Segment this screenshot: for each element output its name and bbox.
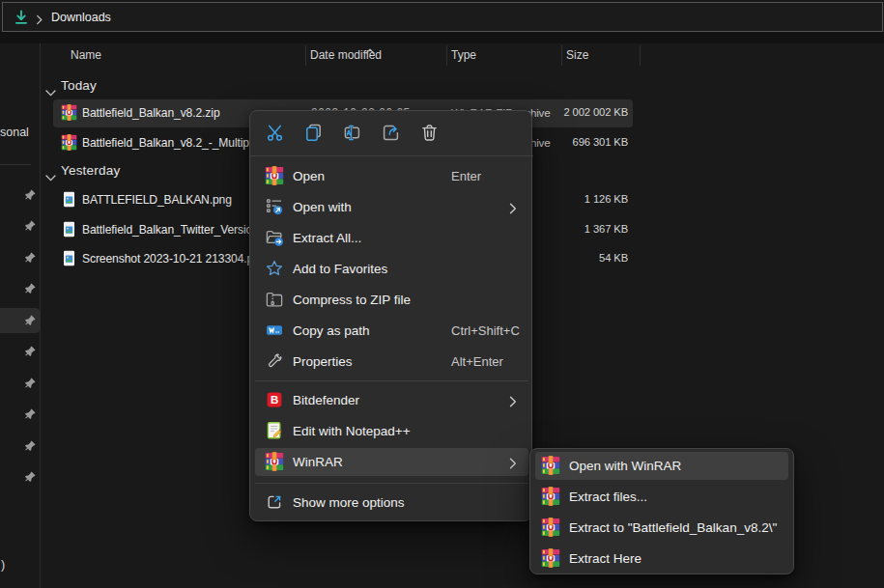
column-separator[interactable] — [561, 45, 562, 66]
winrar-icon — [541, 456, 560, 475]
menu-item-label: Show more options — [293, 495, 405, 510]
nav-item-label-partial[interactable]: sonal — [0, 126, 29, 139]
menu-item-label: Compress to ZIP file — [293, 293, 411, 307]
submenu-item-extract-here[interactable]: Extract Here — [535, 545, 788, 573]
menu-separator — [255, 380, 528, 381]
submenu-item-extract-to-battlefield-balkan-v8-2[interactable]: Extract to "Battlefield_Balkan_v8.2\" — [535, 514, 788, 542]
svg-text:B: B — [271, 394, 278, 406]
column-header-size[interactable]: Size — [566, 48, 588, 62]
share-button[interactable] — [371, 115, 410, 154]
submenu-item-label: Extract to "Battlefield_Balkan_v8.2\" — [569, 520, 777, 535]
downloads-icon — [14, 9, 29, 26]
pin-icon — [24, 376, 37, 388]
pane-divider[interactable] — [40, 43, 41, 588]
submenu-chevron-icon — [509, 394, 517, 406]
extract-all-icon — [265, 228, 284, 247]
winrar-icon — [541, 487, 560, 506]
winrar-icon — [265, 166, 284, 185]
winrar-file-icon — [61, 134, 77, 151]
menu-item-label: Properties — [293, 354, 353, 369]
menu-item-compress-to-zip-file[interactable]: Compress to ZIP file — [255, 286, 528, 314]
delete-button[interactable] — [410, 115, 448, 154]
cut-button[interactable] — [255, 115, 294, 154]
copy-button[interactable] — [294, 115, 332, 154]
pin-icon — [24, 281, 37, 294]
menu-item-extract-all[interactable]: Extract All... — [255, 224, 528, 252]
file-name: BATTLEFIELD_BALKAN.png — [82, 193, 232, 207]
copy-path-icon — [265, 321, 284, 340]
column-header-name[interactable]: Name — [71, 48, 101, 62]
menu-item-label: Copy as path — [293, 323, 370, 338]
menu-item-label: Extract All... — [293, 231, 361, 245]
address-bar[interactable]: Downloads — [2, 2, 883, 32]
winrar-submenu: Open with WinRAR Extract files... Extrac… — [529, 448, 794, 574]
favorites-icon — [265, 259, 284, 278]
submenu-item-extract-files[interactable]: Extract files... — [535, 483, 788, 511]
group-chevron-icon[interactable] — [45, 168, 56, 175]
menu-separator — [250, 155, 533, 156]
menu-item-open-with[interactable]: Open with — [255, 193, 528, 221]
column-header-type[interactable]: Type — [451, 48, 476, 62]
menu-item-label: Bitdefender — [293, 393, 359, 407]
bitdefender-icon: B — [265, 390, 284, 409]
context-menu: OpenEnterOpen withExtract All...Add to F… — [249, 110, 532, 521]
breadcrumb[interactable]: Downloads — [51, 11, 111, 24]
menu-item-shortcut: Ctrl+Shift+C — [451, 323, 520, 338]
copy-icon — [303, 123, 324, 147]
navigation-pane: sonal ) (E: — [0, 43, 40, 588]
pin-icon — [24, 406, 37, 419]
group-chevron-icon[interactable] — [45, 83, 56, 90]
winrar-file-icon — [61, 104, 77, 121]
menu-item-add-to-favorites[interactable]: Add to Favorites — [255, 255, 528, 283]
share-icon — [381, 123, 401, 147]
submenu-item-label: Extract Here — [569, 551, 642, 566]
menu-item-bitdefender[interactable]: BBitdefender — [255, 386, 528, 414]
file-name: Battlefield_Balkan_v8.2.zip — [82, 106, 220, 120]
pin-icon — [24, 218, 37, 231]
group-header[interactable]: Yesterday — [61, 163, 120, 178]
delete-icon — [419, 123, 440, 147]
breadcrumb-chevron-icon — [36, 12, 43, 22]
open-with-icon — [265, 197, 284, 216]
column-separator[interactable] — [446, 45, 447, 66]
rename-icon — [342, 123, 362, 147]
top-band — [0, 32, 884, 43]
menu-separator — [255, 483, 528, 484]
menu-item-shortcut: Enter — [451, 169, 481, 183]
menu-item-edit-with-notepad[interactable]: Edit with Notepad++ — [255, 417, 528, 445]
pin-icon — [24, 438, 37, 451]
winrar-icon — [541, 548, 560, 568]
menu-item-label: Edit with Notepad++ — [293, 424, 411, 438]
show-more-icon — [265, 492, 284, 512]
image-file-icon — [61, 221, 77, 238]
menu-item-open[interactable]: OpenEnter — [255, 162, 528, 190]
submenu-chevron-icon — [509, 456, 517, 467]
pin-icon — [24, 250, 37, 263]
menu-item-label: Add to Favorites — [293, 262, 387, 276]
column-separator[interactable] — [640, 45, 641, 66]
pin-icon — [24, 187, 37, 200]
image-file-icon — [61, 250, 77, 266]
context-menu-toolbar — [255, 115, 528, 154]
menu-item-label: Open — [293, 169, 325, 183]
cut-icon — [265, 123, 285, 147]
submenu-item-label: Extract files... — [569, 490, 647, 504]
pin-icon — [24, 469, 37, 482]
file-name: Screenshot 2023-10-21 213304.png — [82, 252, 266, 266]
notepadpp-icon — [265, 421, 284, 440]
menu-item-winrar[interactable]: WinRAR — [255, 448, 528, 476]
column-separator[interactable] — [305, 45, 306, 66]
menu-item-properties[interactable]: PropertiesAlt+Enter — [255, 348, 528, 376]
compress-icon — [265, 290, 284, 309]
submenu-item-open-with-winrar[interactable]: Open with WinRAR — [535, 452, 788, 480]
sort-caret-icon — [365, 41, 375, 46]
menu-item-copy-as-path[interactable]: Copy as pathCtrl+Shift+C — [255, 317, 528, 345]
menu-item-label: Open with — [293, 200, 352, 214]
nav-drive-label-partial[interactable]: ) — [1, 558, 5, 572]
winrar-icon — [265, 452, 284, 471]
menu-item-show-more-options[interactable]: Show more options — [255, 489, 528, 517]
group-header[interactable]: Today — [61, 78, 97, 93]
rename-button[interactable] — [332, 115, 371, 154]
pin-icon — [24, 313, 37, 325]
pin-icon — [24, 344, 37, 356]
